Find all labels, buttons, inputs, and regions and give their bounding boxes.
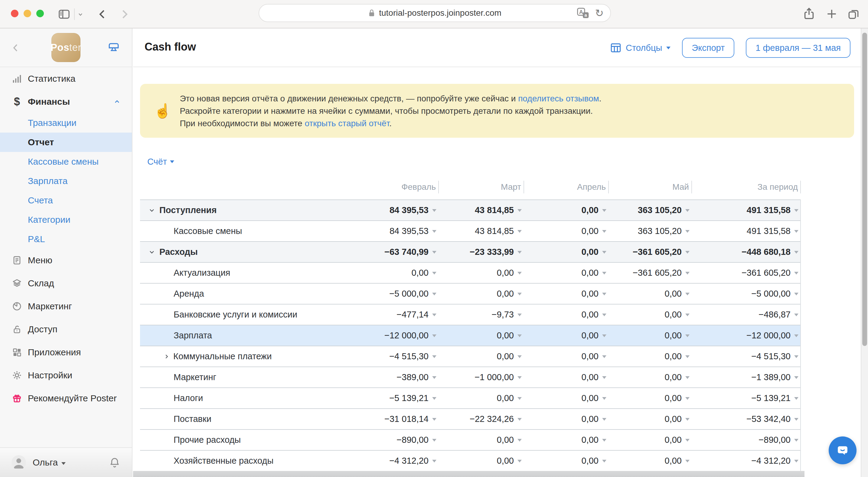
- amount-cell[interactable]: 0,00: [524, 226, 608, 236]
- sidebar-item-marketing[interactable]: Маркетинг: [0, 295, 132, 318]
- sidebar-item-categories[interactable]: Категории: [0, 210, 132, 230]
- amount-cell[interactable]: −23 333,99: [438, 247, 524, 257]
- amount-cell[interactable]: 0,00: [524, 330, 608, 340]
- amount-cell[interactable]: 363 105,20: [608, 205, 691, 215]
- collapse-sidebar-icon[interactable]: [10, 42, 21, 53]
- amount-cell[interactable]: −448 680,18: [691, 247, 800, 257]
- amount-cell[interactable]: 0,00: [524, 309, 608, 320]
- amount-cell[interactable]: −53 342,40: [691, 414, 800, 424]
- amount-cell[interactable]: 0,00: [347, 268, 438, 278]
- amount-cell[interactable]: −361 605,20: [608, 247, 691, 257]
- amount-cell[interactable]: 491 315,58: [691, 226, 800, 236]
- amount-cell[interactable]: 0,00: [524, 393, 608, 403]
- collapse-chevron-icon[interactable]: [149, 249, 155, 256]
- amount-cell[interactable]: −361 605,20: [608, 268, 691, 278]
- sidebar-item-warehouse[interactable]: Склад: [0, 272, 132, 295]
- sidebar-item-recommend[interactable]: Рекомендуйте Poster: [0, 387, 132, 410]
- user-menu-caret-icon[interactable]: [61, 462, 66, 465]
- sidebar-item-settings[interactable]: Настройки: [0, 364, 132, 387]
- back-button[interactable]: [96, 8, 109, 21]
- amount-cell[interactable]: 0,00: [608, 289, 691, 299]
- amount-cell[interactable]: 0,00: [524, 456, 608, 466]
- amount-cell[interactable]: 0,00: [524, 247, 608, 257]
- chevron-down-icon[interactable]: [77, 11, 84, 18]
- sidebar-item-cash-shifts[interactable]: Кассовые смены: [0, 152, 132, 171]
- amount-cell[interactable]: 0,00: [438, 456, 524, 466]
- amount-cell[interactable]: −63 740,99: [347, 247, 438, 257]
- amount-cell[interactable]: −890,00: [347, 435, 438, 445]
- amount-cell[interactable]: −1 000,00: [438, 372, 524, 382]
- amount-cell[interactable]: −12 000,00: [347, 330, 438, 340]
- amount-cell[interactable]: −4 312,20: [691, 456, 800, 466]
- amount-cell[interactable]: 0,00: [524, 435, 608, 445]
- amount-cell[interactable]: 0,00: [438, 351, 524, 361]
- column-header[interactable]: Май: [609, 177, 692, 197]
- amount-cell[interactable]: −477,14: [347, 309, 438, 320]
- column-header[interactable]: Февраль: [348, 177, 439, 197]
- amount-cell[interactable]: 0,00: [438, 435, 524, 445]
- terminal-icon[interactable]: [108, 42, 120, 53]
- amount-cell[interactable]: 43 814,85: [438, 205, 524, 215]
- amount-cell[interactable]: −5 000,00: [691, 289, 800, 299]
- sidebar-item-report[interactable]: Отчет: [0, 132, 132, 152]
- amount-cell[interactable]: 0,00: [608, 435, 691, 445]
- sidebar-item-salary[interactable]: Зарплата: [0, 171, 132, 191]
- close-window-button[interactable]: [11, 10, 19, 17]
- share-feedback-link[interactable]: поделитесь отзывом: [518, 94, 599, 103]
- amount-cell[interactable]: 0,00: [608, 330, 691, 340]
- amount-cell[interactable]: 363 105,20: [608, 226, 691, 236]
- amount-cell[interactable]: 0,00: [608, 456, 691, 466]
- amount-cell[interactable]: −1 389,00: [691, 372, 800, 382]
- amount-cell[interactable]: −5 139,21: [347, 393, 438, 403]
- amount-cell[interactable]: −4 515,30: [691, 351, 800, 361]
- notifications-bell-icon[interactable]: [109, 457, 120, 468]
- amount-cell[interactable]: 84 395,53: [347, 205, 438, 215]
- minimize-window-button[interactable]: [24, 10, 31, 17]
- tabs-overview-icon[interactable]: [847, 7, 860, 21]
- column-header[interactable]: Март: [439, 177, 524, 197]
- amount-cell[interactable]: −22 324,26: [438, 414, 524, 424]
- amount-cell[interactable]: 84 395,53: [347, 226, 438, 236]
- account-filter[interactable]: Счёт: [147, 157, 174, 167]
- amount-cell[interactable]: −5 000,00: [347, 289, 438, 299]
- amount-cell[interactable]: 0,00: [608, 393, 691, 403]
- amount-cell[interactable]: 0,00: [438, 330, 524, 340]
- user-name[interactable]: Ольга: [33, 457, 58, 468]
- address-bar[interactable]: tutorial-posterpos.joinposter.com A a ↻: [258, 4, 611, 22]
- sidebar-toggle-icon[interactable]: [58, 7, 71, 21]
- columns-button[interactable]: Столбцы: [610, 43, 671, 53]
- translate-icon[interactable]: A a: [577, 7, 590, 19]
- sidebar-item-statistics[interactable]: Статистика: [0, 67, 132, 90]
- new-tab-icon[interactable]: [825, 7, 838, 21]
- column-header[interactable]: За период: [692, 177, 801, 197]
- sidebar-item-transactions[interactable]: Транзакции: [0, 113, 132, 132]
- amount-cell[interactable]: 491 315,58: [691, 205, 800, 215]
- avatar[interactable]: [11, 455, 26, 470]
- fullscreen-window-button[interactable]: [36, 10, 44, 17]
- amount-cell[interactable]: 0,00: [438, 289, 524, 299]
- amount-cell[interactable]: 43 814,85: [438, 226, 524, 236]
- amount-cell[interactable]: 0,00: [524, 351, 608, 361]
- amount-cell[interactable]: −9,73: [438, 309, 524, 320]
- amount-cell[interactable]: 0,00: [524, 289, 608, 299]
- poster-logo[interactable]: Poster: [52, 33, 81, 62]
- amount-cell[interactable]: −890,00: [691, 435, 800, 445]
- chevron-up-icon[interactable]: [113, 98, 121, 106]
- amount-cell[interactable]: 0,00: [608, 351, 691, 361]
- amount-cell[interactable]: −4 312,20: [347, 456, 438, 466]
- amount-cell[interactable]: 0,00: [524, 205, 608, 215]
- share-icon[interactable]: [802, 7, 816, 21]
- sidebar-item-menu[interactable]: Меню: [0, 249, 132, 272]
- amount-cell[interactable]: −389,00: [347, 372, 438, 382]
- chat-widget-button[interactable]: [829, 437, 857, 464]
- forward-button[interactable]: [118, 8, 131, 21]
- amount-cell[interactable]: 0,00: [438, 268, 524, 278]
- column-header[interactable]: Апрель: [524, 177, 609, 197]
- sidebar-item-finance[interactable]: $ Финансы: [0, 90, 132, 113]
- amount-cell[interactable]: 0,00: [608, 309, 691, 320]
- sidebar-item-pnl[interactable]: P&L: [0, 230, 132, 249]
- old-report-link[interactable]: открыть старый отчёт: [305, 119, 389, 128]
- export-button[interactable]: Экспорт: [682, 38, 734, 58]
- sidebar-item-accounts[interactable]: Счета: [0, 191, 132, 210]
- sidebar-item-apps[interactable]: Приложения: [0, 341, 132, 364]
